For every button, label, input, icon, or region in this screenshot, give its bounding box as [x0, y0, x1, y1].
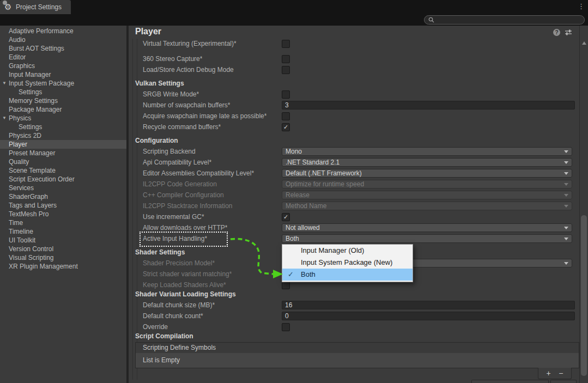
sidebar-item-input-manager[interactable]: Input Manager	[0, 70, 126, 79]
chevron-down-icon	[564, 262, 568, 265]
sidebar-item-label: XR Plugin Management	[9, 263, 78, 270]
field-default-chunk-size-mb[interactable]: 16	[282, 301, 575, 309]
dropdown-allow-downloads-over-http[interactable]: Not allowed	[282, 223, 572, 232]
search-input[interactable]	[434, 16, 575, 23]
setting-label-360-stereo-capture: 360 Stereo Capture*	[143, 55, 202, 63]
chevron-down-icon	[564, 183, 568, 186]
checkbox-load-store-action-debug-mode[interactable]	[282, 66, 290, 74]
sidebar-item-physics[interactable]: ▼Physics	[0, 114, 126, 123]
sidebar-item-label: Input Manager	[9, 71, 51, 78]
list-footer: + −	[538, 368, 572, 379]
sidebar-item-timeline[interactable]: Timeline	[0, 227, 126, 236]
sidebar-item-services[interactable]: Services	[0, 184, 126, 192]
sidebar-item-visual-scripting[interactable]: Visual Scripting	[0, 253, 126, 262]
help-icon[interactable]: ?	[553, 29, 560, 36]
search-box[interactable]	[424, 15, 585, 25]
chevron-down-icon	[564, 161, 568, 164]
checkbox-acquire-swapchain-image-late-as-possible[interactable]	[282, 112, 290, 120]
partially-visible-button[interactable]	[550, 380, 577, 383]
project-settings-window: ⚙ Project Settings ⋮ Adaptive Performanc…	[0, 0, 588, 383]
dropdown-active-input-handling[interactable]: Both	[282, 234, 572, 243]
sidebar-item-quality[interactable]: Quality	[0, 157, 126, 166]
field-number-of-swapchain-buffers[interactable]: 3	[282, 101, 575, 110]
menu-item-input-system-package-new-[interactable]: Input System Package (New)	[282, 257, 413, 269]
sidebar-item-label: Burst AOT Settings	[9, 45, 64, 52]
sidebar-item-player[interactable]: Player	[0, 140, 126, 149]
checkbox-recycle-command-buffers[interactable]: ✓	[282, 123, 290, 131]
sidebar-item-tags-and-layers[interactable]: Tags and Layers	[0, 201, 126, 210]
foldout-arrow-icon[interactable]: ▼	[2, 81, 7, 86]
scripting-define-symbols-header: Scripting Define Symbols	[135, 342, 579, 354]
sidebar-item-physics-2d[interactable]: Physics 2D	[0, 131, 126, 140]
checkbox-keep-loaded-shaders-alive[interactable]	[282, 281, 290, 289]
checkbox-srgb-write-mode[interactable]	[282, 90, 290, 99]
add-item-button[interactable]: +	[547, 369, 551, 377]
sidebar-item-audio[interactable]: Audio	[0, 35, 126, 44]
setting-label-keep-loaded-shaders-alive: Keep Loaded Shaders Alive*	[143, 281, 226, 289]
dropdown-api-compatibility-level[interactable]: .NET Standard 2.1	[282, 158, 572, 167]
kebab-menu-icon[interactable]: ⋮	[578, 2, 585, 10]
chevron-down-icon	[564, 172, 568, 175]
search-icon	[428, 17, 434, 23]
annotation-arrow	[225, 231, 289, 282]
setting-label-override: Override	[143, 323, 168, 331]
dropdown-il2cpp-stacktrace-information[interactable]: Method Name	[282, 202, 572, 210]
field-default-chunk-count[interactable]: 0	[282, 312, 575, 320]
sidebar-item-input-system-package[interactable]: ▼Input System Package	[0, 79, 126, 88]
sidebar-item-label: Graphics	[9, 62, 35, 70]
section-header-vulkan-settings: Vulkan Settings	[135, 80, 184, 87]
setting-label-recycle-command-buffers: Recycle command buffers*	[143, 123, 221, 131]
setting-label-il2cpp-stacktrace-information: IL2CPP Stacktrace Information	[143, 202, 233, 210]
section-header-configuration: Configuration	[135, 137, 178, 144]
dropdown-c-compiler-configuration[interactable]: Release	[282, 191, 572, 199]
menu-item-both[interactable]: ✓Both	[282, 269, 413, 281]
setting-label-srgb-write-mode: SRGB Write Mode*	[143, 90, 199, 99]
dropdown-editor-assemblies-compatibility-level[interactable]: Default (.NET Framework)	[282, 169, 572, 178]
sidebar-item-graphics[interactable]: Graphics	[0, 62, 126, 70]
setting-label-use-incremental-gc: Use incremental GC*	[143, 213, 204, 221]
sidebar-item-xr-plugin-management[interactable]: XR Plugin Management	[0, 262, 126, 271]
chevron-down-icon	[564, 227, 568, 229]
setting-label-acquire-swapchain-image-late-as-possible: Acquire swapchain image late as possible…	[143, 112, 266, 120]
sidebar-item-package-manager[interactable]: Package Manager	[0, 105, 126, 114]
sidebar-item-shadergraph[interactable]: ShaderGraph	[0, 192, 126, 201]
scroll-up-arrow-icon[interactable]	[582, 41, 586, 45]
sidebar-item-settings[interactable]: Settings	[0, 88, 126, 96]
setting-label-virtual-texturing-experimental: Virtual Texturing (Experimental)*	[143, 40, 237, 48]
sidebar-item-label: Scene Template	[9, 167, 56, 174]
sidebar-item-ui-toolkit[interactable]: UI Toolkit	[0, 236, 126, 245]
chevron-down-icon	[564, 150, 568, 153]
partially-visible-button[interactable]	[471, 380, 549, 383]
foldout-arrow-icon[interactable]: ▼	[2, 115, 7, 120]
sidebar-item-label: Physics 2D	[9, 132, 41, 139]
sidebar-item-version-control[interactable]: Version Control	[0, 245, 126, 253]
sidebar-item-time[interactable]: Time	[0, 218, 126, 227]
sidebar-item-label: Audio	[9, 36, 26, 44]
checkbox-virtual-texturing-experimental[interactable]	[282, 40, 290, 48]
sidebar-item-textmesh-pro[interactable]: TextMesh Pro	[0, 210, 126, 218]
vertical-scrollbar-thumb[interactable]	[581, 215, 587, 376]
annotation-highlight-box	[140, 232, 228, 247]
sidebar-item-editor[interactable]: Editor	[0, 53, 126, 62]
content-frame-line	[137, 39, 137, 380]
tab-project-settings[interactable]: ⚙ Project Settings	[0, 0, 71, 14]
section-header-shader-settings: Shader Settings	[135, 248, 185, 256]
dropdown-il2cpp-code-generation[interactable]: Optimize for runtime speed	[282, 180, 572, 189]
menu-item-input-manager-old-[interactable]: Input Manager (Old)	[282, 245, 413, 257]
sidebar-item-settings[interactable]: Settings	[0, 123, 126, 131]
sidebar-item-label: Settings	[19, 123, 42, 131]
sidebar-item-memory-settings[interactable]: Memory Settings	[0, 96, 126, 105]
checkbox-360-stereo-capture[interactable]	[282, 55, 290, 63]
dropdown-scripting-backend[interactable]: Mono	[282, 147, 572, 156]
sidebar-item-adaptive-performance[interactable]: Adaptive Performance	[0, 27, 126, 35]
presets-icon[interactable]	[565, 29, 572, 36]
sidebar-item-script-execution-order[interactable]: Script Execution Order	[0, 175, 126, 184]
sidebar-item-burst-aot-settings[interactable]: Burst AOT Settings	[0, 44, 126, 53]
checkbox-override[interactable]	[282, 323, 290, 331]
sidebar-item-preset-manager[interactable]: Preset Manager	[0, 149, 126, 157]
checkbox-use-incremental-gc[interactable]: ✓	[282, 213, 290, 221]
remove-item-button[interactable]: −	[559, 369, 563, 377]
sidebar-item-label: Package Manager	[9, 106, 62, 113]
sidebar-item-scene-template[interactable]: Scene Template	[0, 166, 126, 175]
sidebar-item-label: Adaptive Performance	[9, 27, 74, 35]
